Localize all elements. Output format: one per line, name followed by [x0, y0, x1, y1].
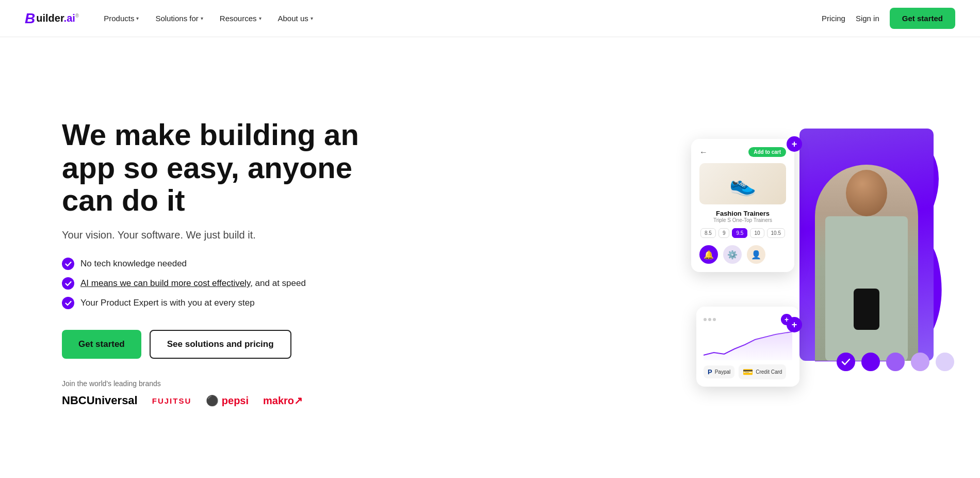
hero-subtitle: Your vision. Your software. We just buil…	[62, 229, 382, 241]
chart-area	[704, 329, 792, 360]
settings-icon: ⚙️	[723, 245, 742, 264]
check-icon	[62, 277, 74, 290]
brand-pepsi: ⚫ pepsi	[206, 394, 249, 407]
navbar: Builder.ai® Products ▾ Solutions for ▾ R…	[0, 0, 980, 37]
hero-features: No tech knowledge needed AI means we can…	[62, 258, 382, 309]
decorative-circles	[837, 353, 954, 371]
nav-about[interactable]: About us ▾	[272, 10, 319, 27]
notification-icon: 🔔	[699, 245, 718, 264]
size-selector: 8.5 9 9.5 10 10.5	[699, 228, 786, 238]
user-avatar: 👤	[747, 245, 765, 264]
nav-links: Products ▾ Solutions for ▾ Resources ▾ A…	[97, 10, 319, 27]
size-chip[interactable]: 8.5	[700, 228, 716, 238]
credit-card-badge: 💳 Credit Card	[739, 364, 786, 379]
back-arrow-icon[interactable]: ←	[699, 148, 708, 157]
plus-icon-bottom[interactable]: +	[787, 317, 802, 332]
brand-makro: makro↗	[263, 394, 303, 407]
size-chip[interactable]: 10.5	[767, 228, 785, 238]
feature-text: Your Product Expert is with you at every…	[80, 298, 255, 308]
chart-dot	[704, 318, 707, 321]
chart-card: + P	[696, 307, 799, 387]
navbar-left: Builder.ai® Products ▾ Solutions for ▾ R…	[25, 10, 319, 27]
logo[interactable]: Builder.ai®	[25, 10, 79, 27]
avatar-row: 🔔 ⚙️ 👤	[699, 245, 786, 264]
size-chip-active[interactable]: 9.5	[732, 228, 747, 238]
product-image: 👟	[699, 163, 786, 204]
chevron-down-icon: ▾	[201, 15, 203, 21]
person-head	[846, 170, 887, 216]
chevron-down-icon: ▾	[136, 15, 139, 21]
chevron-down-icon: ▾	[259, 15, 262, 21]
nav-resources[interactable]: Resources ▾	[214, 10, 268, 27]
card-icon: 💳	[743, 367, 753, 377]
paypal-icon: P	[708, 368, 712, 376]
see-solutions-button[interactable]: See solutions and pricing	[150, 330, 291, 359]
circle-deco-3	[886, 353, 905, 371]
brands-label: Join the world's leading brands	[62, 379, 382, 388]
hero-left: We make building an app so easy, anyone …	[62, 118, 382, 407]
shoe-icon: 👟	[729, 171, 756, 197]
feature-ai-cost: AI means we can build more cost effectiv…	[62, 277, 382, 290]
hero-illustration: ← Add to cart 👟 Fashion Trainers Triple …	[691, 123, 939, 402]
hero-ctas: Get started See solutions and pricing	[62, 330, 382, 359]
chart-dot	[708, 318, 711, 321]
app-card: ← Add to cart 👟 Fashion Trainers Triple …	[691, 139, 794, 272]
signin-link[interactable]: Sign in	[856, 14, 879, 23]
card-label: Credit Card	[756, 369, 782, 375]
circle-deco-5	[936, 353, 954, 371]
nav-products[interactable]: Products ▾	[97, 10, 145, 27]
person-face	[846, 170, 887, 216]
person-image	[799, 129, 934, 361]
size-chip[interactable]: 9	[718, 228, 730, 238]
pricing-link[interactable]: Pricing	[822, 14, 845, 23]
paypal-badge: P Paypal	[704, 365, 734, 378]
feature-text: No tech knowledge needed	[80, 259, 187, 269]
feature-text: AI means we can build more cost effectiv…	[80, 278, 306, 289]
hero-section: We make building an app so easy, anyone …	[0, 37, 980, 478]
get-started-nav-button[interactable]: Get started	[890, 8, 955, 29]
logo-text: uilder.ai®	[36, 12, 79, 24]
feature-expert: Your Product Expert is with you at every…	[62, 297, 382, 309]
circle-deco-2	[861, 353, 880, 371]
chart-dot	[713, 318, 716, 321]
chart-dots	[704, 318, 716, 321]
brands-row: NBCUniversal FUJITSU ⚫ pepsi makro↗	[62, 394, 382, 407]
person-silhouette	[815, 165, 918, 361]
nav-solutions[interactable]: Solutions for ▾	[149, 10, 209, 27]
check-icon	[62, 258, 74, 270]
logo-icon: B	[25, 10, 35, 27]
product-name: Fashion Trainers	[699, 210, 786, 217]
navbar-right: Pricing Sign in Get started	[822, 8, 955, 29]
check-circle-deco	[837, 353, 855, 371]
circle-deco-4	[911, 353, 929, 371]
plus-icon-top[interactable]: +	[787, 136, 802, 152]
brand-nbcuniversal: NBCUniversal	[62, 394, 138, 407]
brand-fujitsu: FUJITSU	[152, 396, 192, 405]
add-to-cart-badge: Add to cart	[748, 147, 786, 157]
phone-prop	[854, 289, 879, 330]
feature-no-tech: No tech knowledge needed	[62, 258, 382, 270]
paypal-label: Paypal	[715, 369, 731, 375]
ai-cost-link[interactable]: AI means we can build more cost effectiv…	[80, 278, 250, 288]
check-icon	[62, 297, 74, 309]
hero-title: We make building an app so easy, anyone …	[62, 118, 382, 217]
chevron-down-icon: ▾	[311, 15, 313, 21]
get-started-button[interactable]: Get started	[62, 330, 141, 359]
brands-section: Join the world's leading brands NBCUnive…	[62, 379, 382, 407]
product-subtitle: Triple S One-Top Trainers	[699, 217, 786, 223]
app-card-header: ← Add to cart	[699, 147, 786, 157]
size-chip[interactable]: 10	[750, 228, 764, 238]
payment-row: P Paypal 💳 Credit Card	[704, 364, 792, 379]
chart-header: +	[704, 314, 792, 325]
